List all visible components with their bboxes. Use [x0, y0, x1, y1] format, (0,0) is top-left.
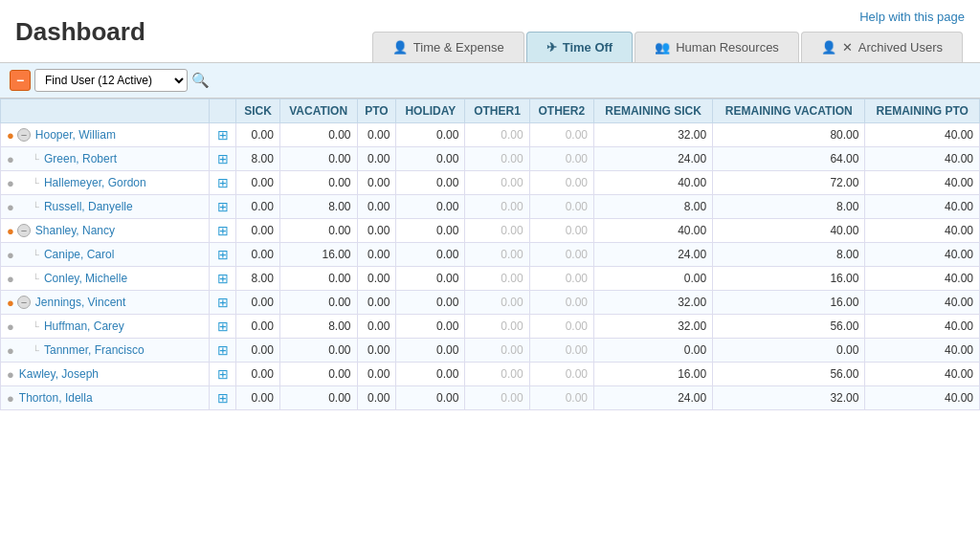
collapse-icon[interactable]: − [17, 296, 31, 309]
user-name[interactable]: Hooper, William [33, 128, 116, 142]
cell-rem_pto: 40.00 [865, 219, 980, 243]
user-name[interactable]: Hallemeyer, Gordon [42, 176, 146, 189]
layers-icon[interactable]: ⊞ [217, 319, 229, 334]
user-name[interactable]: Huffman, Carey [42, 319, 124, 333]
stack-icon-cell[interactable]: ⊞ [210, 123, 236, 147]
collapse-icon[interactable]: − [17, 128, 31, 142]
cell-holiday: 0.00 [396, 219, 465, 243]
stack-icon-cell[interactable]: ⊞ [210, 219, 236, 243]
layers-icon[interactable]: ⊞ [217, 295, 229, 310]
cell-rem_vacation: 32.00 [713, 386, 865, 410]
layers-icon[interactable]: ⊞ [217, 199, 229, 214]
cell-rem_pto: 40.00 [865, 291, 980, 315]
cell-rem_pto: 40.00 [865, 195, 980, 219]
cell-rem_pto: 40.00 [865, 315, 980, 339]
cell-other1: 0.00 [465, 267, 529, 291]
layers-icon[interactable]: ⊞ [217, 390, 229, 406]
cell-rem_sick: 0.00 [594, 339, 713, 363]
stack-icon-cell[interactable]: ⊞ [210, 147, 236, 171]
tab-archived-users[interactable]: 👤 ✕ Archived Users [801, 32, 963, 62]
remove-user-button[interactable]: − [10, 70, 31, 91]
cell-holiday: 0.00 [396, 147, 465, 171]
table-row: ●−Hooper, William⊞0.000.000.000.000.000.… [1, 123, 980, 147]
stack-icon-cell[interactable]: ⊞ [210, 195, 236, 219]
cell-rem_pto: 40.00 [865, 386, 980, 410]
user-name[interactable]: Kawley, Joseph [17, 367, 99, 381]
user-name[interactable]: Conley, Michelle [42, 272, 127, 285]
user-name[interactable]: Thorton, Idella [17, 391, 93, 405]
layers-icon[interactable]: ⊞ [217, 127, 229, 143]
table-row: ●└Green, Robert⊞8.000.000.000.000.000.00… [1, 147, 980, 171]
find-user-select[interactable]: Find User (12 Active) [34, 69, 188, 92]
col-other1: OTHER1 [465, 99, 529, 123]
user-name[interactable]: Tannmer, Francisco [42, 343, 145, 357]
cell-rem_sick: 24.00 [594, 386, 713, 410]
cell-holiday: 0.00 [396, 339, 465, 363]
layers-icon[interactable]: ⊞ [217, 223, 229, 238]
person-icon: ● [7, 152, 14, 166]
name-cell: ●└Tannmer, Francisco [1, 339, 210, 363]
cell-pto: 0.00 [357, 386, 396, 410]
stack-icon-cell[interactable]: ⊞ [210, 267, 236, 291]
cell-sick: 0.00 [236, 243, 279, 267]
stack-icon-cell[interactable]: ⊞ [210, 171, 236, 195]
cell-rem_vacation: 56.00 [713, 315, 865, 339]
user-name[interactable]: Canipe, Carol [42, 248, 114, 261]
user-name[interactable]: Jennings, Vincent [33, 296, 126, 309]
cell-rem_vacation: 16.00 [713, 267, 865, 291]
cell-holiday: 0.00 [396, 267, 465, 291]
tab-time-expense[interactable]: 👤 Time & Expense [372, 32, 524, 62]
col-rem-pto: REMAINING PTO [865, 99, 980, 123]
stack-icon-cell[interactable]: ⊞ [210, 243, 236, 267]
cell-pto: 0.00 [357, 267, 396, 291]
cell-vacation: 0.00 [279, 291, 357, 315]
layers-icon[interactable]: ⊞ [217, 175, 229, 190]
layers-icon[interactable]: ⊞ [217, 271, 229, 286]
user-name[interactable]: Green, Robert [42, 152, 117, 165]
help-link[interactable]: Help with this page [859, 10, 965, 32]
cell-rem_sick: 40.00 [594, 219, 713, 243]
person-icon: ● [7, 200, 14, 214]
page-title: Dashboard [15, 17, 145, 55]
layers-icon[interactable]: ⊞ [217, 151, 229, 166]
cell-rem_vacation: 0.00 [713, 339, 865, 363]
user-name[interactable]: Russell, Danyelle [42, 200, 133, 213]
stack-icon-cell[interactable]: ⊞ [210, 386, 236, 410]
cell-vacation: 8.00 [279, 195, 357, 219]
stack-icon-cell[interactable]: ⊞ [210, 363, 236, 386]
stack-icon-cell[interactable]: ⊞ [210, 339, 236, 363]
layers-icon[interactable]: ⊞ [217, 342, 229, 358]
cell-vacation: 16.00 [279, 243, 357, 267]
cell-holiday: 0.00 [396, 243, 465, 267]
name-cell: ●−Shanley, Nancy [1, 219, 210, 243]
table-row: ●Kawley, Joseph⊞0.000.000.000.000.000.00… [1, 363, 980, 386]
table-row: ●└Hallemeyer, Gordon⊞0.000.000.000.000.0… [1, 171, 980, 195]
cell-other1: 0.00 [465, 195, 529, 219]
cell-other1: 0.00 [465, 171, 529, 195]
collapse-icon[interactable]: − [17, 224, 31, 237]
cell-vacation: 0.00 [279, 339, 357, 363]
cell-holiday: 0.00 [396, 195, 465, 219]
cell-rem_sick: 24.00 [594, 147, 713, 171]
user-name[interactable]: Shanley, Nancy [33, 224, 115, 237]
human-resources-icon: 👥 [655, 40, 670, 55]
stack-icon-cell[interactable]: ⊞ [210, 291, 236, 315]
col-vacation: VACATION [279, 99, 357, 123]
layers-icon[interactable]: ⊞ [217, 247, 229, 262]
layers-icon[interactable]: ⊞ [217, 366, 229, 382]
tab-human-resources[interactable]: 👥 Human Resources [635, 32, 799, 62]
tab-time-off[interactable]: ✈ Time Off [526, 32, 634, 62]
person-icon: ● [7, 391, 14, 406]
cell-pto: 0.00 [357, 123, 396, 147]
table-row: ●└Tannmer, Francisco⊞0.000.000.000.000.0… [1, 339, 980, 363]
cell-rem_pto: 40.00 [865, 147, 980, 171]
search-button[interactable]: 🔍 [191, 72, 210, 89]
cell-sick: 8.00 [236, 267, 279, 291]
cell-rem_pto: 40.00 [865, 267, 980, 291]
cell-rem_pto: 40.00 [865, 243, 980, 267]
cell-pto: 0.00 [357, 195, 396, 219]
stack-icon-cell[interactable]: ⊞ [210, 315, 236, 339]
col-sick: SICK [236, 99, 279, 123]
cell-rem_pto: 40.00 [865, 363, 980, 386]
col-rem-vacation: REMAINING VACATION [713, 99, 865, 123]
